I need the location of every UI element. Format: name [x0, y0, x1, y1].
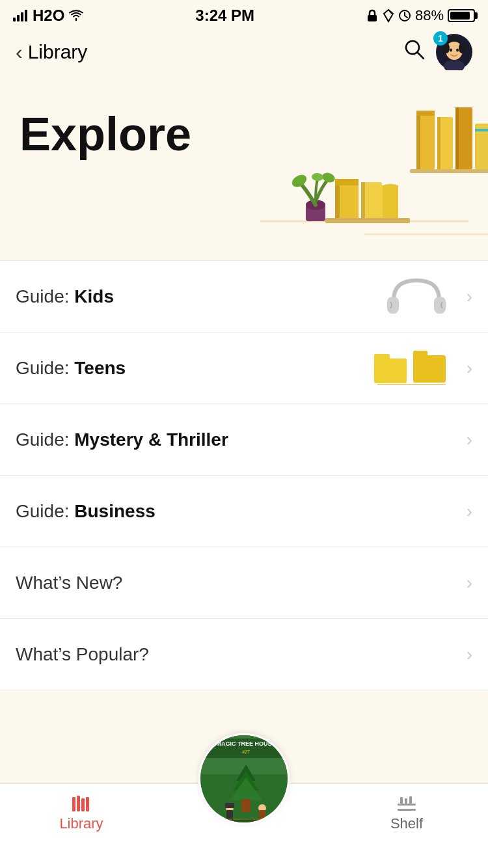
carrier-text: H2O	[33, 7, 64, 25]
shelf-tab[interactable]: Shelf	[325, 792, 488, 832]
location-icon	[383, 8, 394, 23]
guide-kids-item[interactable]: Guide: Kids ›	[0, 261, 488, 332]
shelf-tab-label: Shelf	[390, 815, 423, 832]
svg-rect-48	[374, 359, 407, 383]
tab-bar: Library MAGIC TREE HOUSE #27	[0, 783, 488, 868]
guide-business-text: Guide: Business	[16, 501, 156, 522]
kids-illustration	[384, 261, 449, 332]
svg-rect-38	[335, 179, 359, 185]
shelf-icon	[396, 794, 417, 813]
lock-icon	[366, 8, 379, 23]
svg-rect-76	[400, 797, 403, 804]
svg-point-17	[456, 49, 459, 52]
svg-rect-41	[325, 218, 410, 223]
back-label: Library	[28, 41, 88, 63]
guides-list: Guide: Kids › Guid	[0, 260, 488, 690]
svg-rect-47	[434, 297, 446, 314]
battery-icon	[448, 9, 475, 22]
svg-rect-50	[413, 355, 446, 383]
explore-title: Explore	[20, 111, 468, 157]
svg-rect-40	[361, 182, 365, 221]
svg-rect-55	[81, 798, 85, 811]
svg-line-8	[405, 16, 407, 18]
status-bar: H2O 3:24 PM	[0, 0, 488, 29]
svg-rect-65	[241, 799, 251, 812]
status-carrier: H2O	[13, 7, 84, 25]
svg-text:MAGIC TREE HOUSE: MAGIC TREE HOUSE	[216, 740, 275, 747]
back-arrow-icon: ‹	[16, 40, 23, 64]
back-button[interactable]: ‹ Library	[16, 40, 87, 64]
svg-rect-29	[475, 129, 488, 131]
current-book-cover[interactable]: MAGIC TREE HOUSE #27 A Thanksgiving on T…	[198, 733, 290, 824]
svg-rect-1	[17, 15, 20, 21]
guide-mystery-text: Guide: Mystery & Thriller	[16, 429, 228, 450]
svg-rect-51	[413, 351, 427, 357]
guide-business-chevron: ›	[467, 501, 472, 522]
svg-rect-68	[225, 803, 234, 808]
svg-point-9	[406, 41, 419, 54]
notification-badge: 1	[433, 31, 448, 46]
svg-rect-49	[374, 354, 390, 360]
svg-rect-53	[72, 797, 75, 811]
svg-rect-78	[409, 796, 412, 804]
avatar-button[interactable]: 1	[436, 34, 472, 70]
svg-rect-3	[25, 10, 27, 21]
hero-illustration	[221, 78, 488, 247]
svg-rect-30	[410, 169, 488, 173]
whats-popular-text: What’s Popular?	[16, 644, 149, 665]
guide-mystery-item[interactable]: Guide: Mystery & Thriller ›	[0, 404, 488, 476]
svg-rect-56	[86, 797, 89, 811]
library-tab[interactable]: Library	[0, 792, 163, 832]
svg-rect-46	[387, 297, 399, 314]
hero-section: Explore	[0, 78, 488, 260]
svg-rect-4	[368, 15, 377, 21]
svg-rect-2	[21, 12, 23, 21]
svg-rect-75	[398, 804, 416, 806]
library-icon	[71, 794, 92, 813]
status-time: 3:24 PM	[195, 7, 254, 25]
battery-percent: 88%	[415, 7, 444, 24]
svg-rect-0	[13, 18, 16, 21]
clock-icon	[398, 8, 411, 23]
guide-business-item[interactable]: Guide: Business ›	[0, 476, 488, 547]
svg-rect-74	[398, 809, 416, 811]
svg-rect-54	[77, 796, 80, 811]
guide-mystery-chevron: ›	[467, 429, 472, 450]
whats-new-text: What’s New?	[16, 573, 122, 593]
svg-point-33	[290, 172, 309, 189]
whats-new-chevron: ›	[467, 573, 472, 593]
svg-line-10	[418, 53, 424, 59]
guide-teens-chevron: ›	[467, 358, 472, 379]
guide-kids-chevron: ›	[467, 286, 472, 307]
status-right: 88%	[366, 7, 475, 24]
svg-point-15	[459, 43, 465, 53]
whats-new-item[interactable]: What’s New? ›	[0, 547, 488, 619]
svg-text:A Thanksgiving on Thursday: A Thanksgiving on Thursday	[221, 821, 271, 824]
search-button[interactable]	[403, 38, 426, 66]
guide-teens-item[interactable]: Guide: Teens ›	[0, 332, 488, 404]
guide-teens-text: Guide: Teens	[16, 358, 126, 379]
whats-popular-item[interactable]: What’s Popular? ›	[0, 619, 488, 690]
nav-right-actions: 1	[403, 34, 472, 70]
svg-rect-77	[405, 798, 407, 804]
nav-header: ‹ Library 1	[0, 29, 488, 78]
svg-point-35	[312, 172, 324, 182]
library-tab-label: Library	[59, 815, 103, 832]
teens-illustration	[371, 332, 449, 403]
whats-popular-chevron: ›	[467, 644, 472, 665]
svg-text:#27: #27	[242, 750, 250, 754]
svg-point-16	[450, 49, 452, 52]
guide-kids-text: Guide: Kids	[16, 286, 114, 307]
